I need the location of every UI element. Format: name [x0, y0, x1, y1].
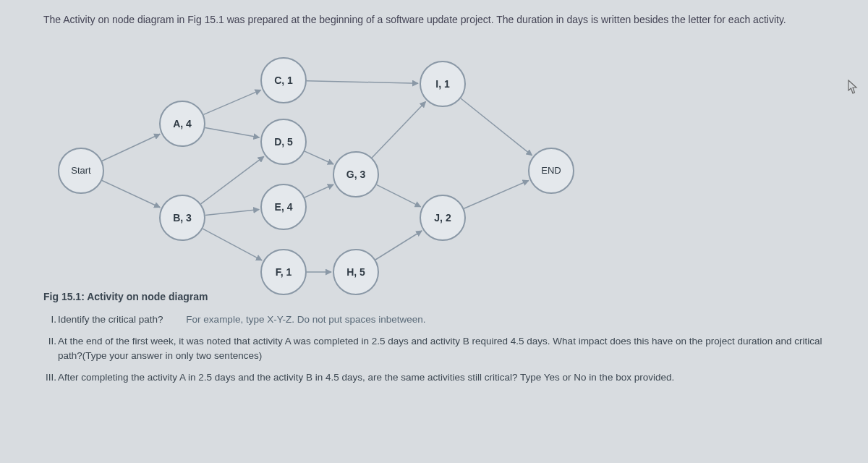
node-b: B, 3 [159, 195, 205, 241]
question-3-roman: III. [38, 370, 56, 385]
edge-d-g [305, 151, 333, 164]
edge-b-f [203, 229, 262, 260]
node-i: I, 1 [420, 61, 466, 107]
edge-g-i [372, 101, 425, 157]
edge-h-j [375, 231, 422, 260]
edge-b-e [205, 209, 259, 215]
node-end: END [528, 148, 574, 194]
node-e: E, 4 [260, 184, 307, 230]
question-3-text: After completing the activity A in 2.5 d… [58, 372, 674, 383]
question-page: The Activity on node diagram in Fig 15.1… [0, 0, 868, 463]
node-c: C, 1 [260, 57, 307, 103]
node-g: G, 3 [333, 151, 379, 197]
question-1: I. Identify the critical path? For examp… [43, 313, 846, 327]
question-2-text: At the end of the first week, it was not… [58, 336, 822, 361]
edge-start-a [102, 134, 160, 161]
node-f: F, 1 [260, 249, 307, 295]
node-d: D, 5 [260, 119, 307, 165]
intro-paragraph: The Activity on node diagram in Fig 15.1… [43, 13, 846, 27]
node-h: H, 5 [333, 249, 379, 295]
questions-block: I. Identify the critical path? For examp… [43, 313, 846, 386]
question-2-roman: II. [38, 334, 56, 349]
edge-g-j [377, 184, 421, 206]
edge-i-end [461, 98, 532, 156]
node-start: Start [58, 148, 104, 194]
question-1-roman: I. [38, 313, 56, 327]
edge-e-g [305, 184, 333, 197]
question-2: II. At the end of the first week, it was… [43, 334, 846, 364]
question-1-text: Identify the critical path? [58, 314, 163, 325]
edge-b-d [201, 156, 264, 203]
edge-j-end [464, 180, 528, 208]
edge-a-d [205, 127, 260, 137]
aon-diagram: StartA, 4B, 3C, 1D, 5E, 4F, 1G, 3H, 5I, … [43, 32, 839, 285]
question-3: III. After completing the activity A in … [43, 370, 846, 385]
cursor-icon [848, 80, 858, 94]
node-j: J, 2 [420, 195, 466, 241]
figure-caption: Fig 15.1: Activity on node diagram [43, 291, 846, 302]
edge-start-b [102, 180, 160, 207]
edge-c-i [307, 80, 418, 83]
question-1-hint: For example, type X-Y-Z. Do not put spac… [186, 314, 425, 325]
node-a: A, 4 [159, 101, 205, 147]
edge-a-c [203, 90, 260, 114]
